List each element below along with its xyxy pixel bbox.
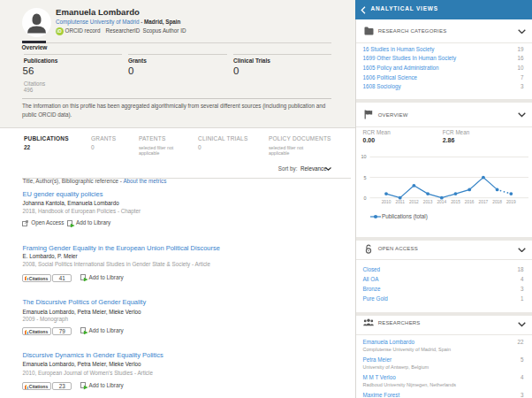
svg-text:10: 10 <box>361 154 366 159</box>
svg-text:2016: 2016 <box>465 200 475 204</box>
svg-text:2011: 2011 <box>396 200 406 204</box>
svg-text:2017: 2017 <box>479 200 489 204</box>
svg-text:2010: 2010 <box>382 200 391 204</box>
svg-text:2014: 2014 <box>437 200 446 204</box>
svg-text:2012: 2012 <box>409 200 419 204</box>
svg-text:0: 0 <box>363 195 366 201</box>
svg-text:5: 5 <box>363 175 366 180</box>
svg-text:2019: 2019 <box>506 200 516 204</box>
svg-text:2015: 2015 <box>451 200 460 204</box>
svg-text:2018: 2018 <box>492 200 502 204</box>
svg-text:2013: 2013 <box>423 200 433 204</box>
